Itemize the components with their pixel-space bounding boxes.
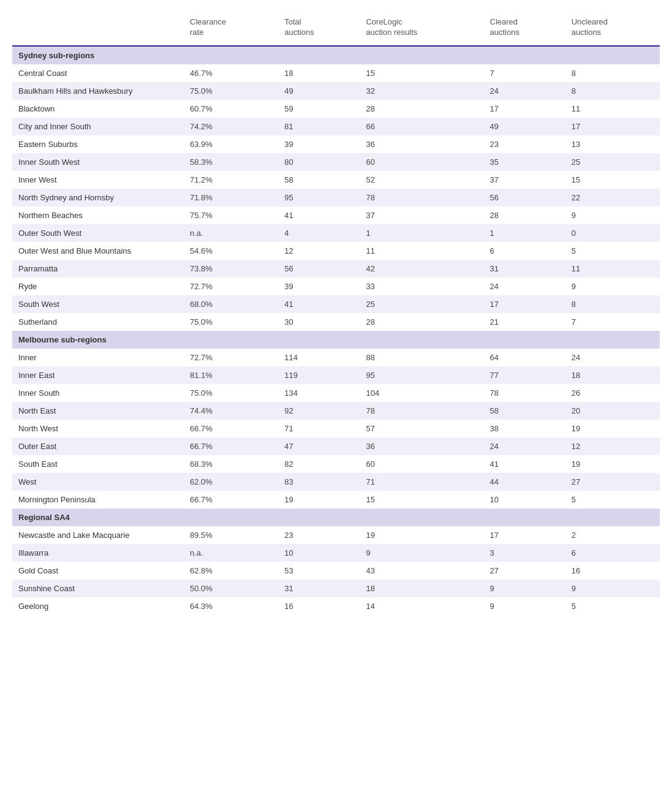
table-row: Outer West and Blue Mountains54.6%121165 — [12, 242, 660, 260]
data-cell: 12 — [278, 242, 360, 260]
data-cell: 72.7% — [184, 278, 278, 295]
data-cell: 77 — [484, 366, 565, 384]
data-cell: 56 — [484, 189, 565, 206]
data-cell: 27 — [484, 562, 565, 580]
table-row: Sutherland75.0%3028217 — [12, 313, 660, 331]
region-cell: Geelong — [12, 597, 184, 615]
data-cell: 74.4% — [184, 402, 278, 420]
data-cell: 11 — [565, 260, 660, 278]
data-cell: 28 — [484, 206, 565, 224]
data-cell: 58.3% — [184, 153, 278, 171]
region-cell: South East — [12, 455, 184, 473]
data-cell: 37 — [360, 206, 483, 224]
data-cell: 36 — [360, 437, 483, 455]
data-cell: 81 — [278, 118, 360, 135]
data-cell: n.a. — [184, 224, 278, 242]
region-cell: Blacktown — [12, 100, 184, 118]
data-cell: 47 — [278, 437, 360, 455]
table-row: Outer South Westn.a.4110 — [12, 224, 660, 242]
data-cell: 22 — [565, 189, 660, 206]
data-cell: 44 — [484, 473, 565, 491]
data-cell: 8 — [565, 82, 660, 100]
region-cell: Inner — [12, 349, 184, 366]
data-cell: n.a. — [184, 544, 278, 562]
table-row: Ryde72.7%3933249 — [12, 278, 660, 295]
data-cell: 66 — [360, 118, 483, 135]
header-row: Clearance rate Total auctions CoreLogic … — [12, 12, 660, 46]
region-cell: Inner West — [12, 171, 184, 189]
data-cell: 82 — [278, 455, 360, 473]
data-cell: 16 — [278, 597, 360, 615]
table-row: Illawarran.a.10936 — [12, 544, 660, 562]
data-cell: 8 — [565, 295, 660, 313]
region-cell: Parramatta — [12, 260, 184, 278]
data-cell: 18 — [278, 64, 360, 82]
col-cleared-header: Cleared auctions — [484, 12, 565, 46]
data-cell: 35 — [484, 153, 565, 171]
region-cell: Illawarra — [12, 544, 184, 562]
data-cell: 88 — [360, 349, 483, 366]
data-cell: 104 — [360, 384, 483, 402]
region-cell: Sutherland — [12, 313, 184, 331]
table-row: Northern Beaches75.7%4137289 — [12, 206, 660, 224]
table-row: Sunshine Coast50.0%311899 — [12, 580, 660, 597]
data-cell: 17 — [484, 526, 565, 544]
data-cell: 58 — [484, 402, 565, 420]
data-cell: 7 — [565, 313, 660, 331]
col-total-auctions-header: Total auctions — [278, 12, 360, 46]
data-cell: 18 — [360, 580, 483, 597]
data-cell: 114 — [278, 349, 360, 366]
region-cell: Outer East — [12, 437, 184, 455]
data-cell: 59 — [278, 100, 360, 118]
data-cell: 66.7% — [184, 437, 278, 455]
data-cell: 25 — [565, 153, 660, 171]
data-cell: 68.3% — [184, 455, 278, 473]
data-cell: 4 — [278, 224, 360, 242]
data-cell: 24 — [484, 82, 565, 100]
table-row: Geelong64.3%161495 — [12, 597, 660, 615]
section-header-cell: Regional SA4 — [12, 508, 660, 526]
data-cell: 119 — [278, 366, 360, 384]
table-body: Sydney sub-regionsCentral Coast46.7%1815… — [12, 46, 660, 615]
data-cell: 83 — [278, 473, 360, 491]
region-cell: North West — [12, 420, 184, 437]
data-cell: 74.2% — [184, 118, 278, 135]
data-cell: 11 — [565, 100, 660, 118]
data-cell: 17 — [565, 118, 660, 135]
data-cell: 71 — [278, 420, 360, 437]
data-cell: 71.2% — [184, 171, 278, 189]
data-cell: 43 — [360, 562, 483, 580]
table-row: Parramatta73.8%56423111 — [12, 260, 660, 278]
data-cell: 32 — [360, 82, 483, 100]
data-cell: 54.6% — [184, 242, 278, 260]
table-row: Inner South West58.3%80603525 — [12, 153, 660, 171]
table-row: Inner South75.0%1341047826 — [12, 384, 660, 402]
data-cell: 78 — [360, 189, 483, 206]
data-cell: 8 — [565, 64, 660, 82]
region-cell: Northern Beaches — [12, 206, 184, 224]
col-uncleared-header: Uncleared auctions — [565, 12, 660, 46]
data-cell: 41 — [484, 455, 565, 473]
data-cell: 71.8% — [184, 189, 278, 206]
data-cell: 68.0% — [184, 295, 278, 313]
data-cell: 14 — [360, 597, 483, 615]
data-cell: 18 — [565, 366, 660, 384]
data-cell: 81.1% — [184, 366, 278, 384]
data-cell: 66.7% — [184, 491, 278, 508]
data-cell: 31 — [278, 580, 360, 597]
data-cell: 1 — [484, 224, 565, 242]
data-cell: 13 — [565, 135, 660, 153]
data-cell: 23 — [278, 526, 360, 544]
table-row: Blacktown60.7%59281711 — [12, 100, 660, 118]
data-cell: 62.8% — [184, 562, 278, 580]
data-cell: 66.7% — [184, 420, 278, 437]
data-cell: 134 — [278, 384, 360, 402]
section-header-cell: Melbourne sub-regions — [12, 331, 660, 349]
data-cell: 39 — [278, 135, 360, 153]
data-cell: 58 — [278, 171, 360, 189]
region-cell: Mornington Peninsula — [12, 491, 184, 508]
data-cell: 17 — [484, 100, 565, 118]
table-row: Baulkham Hills and Hawkesbury75.0%493224… — [12, 82, 660, 100]
data-cell: 95 — [360, 366, 483, 384]
region-cell: Sunshine Coast — [12, 580, 184, 597]
